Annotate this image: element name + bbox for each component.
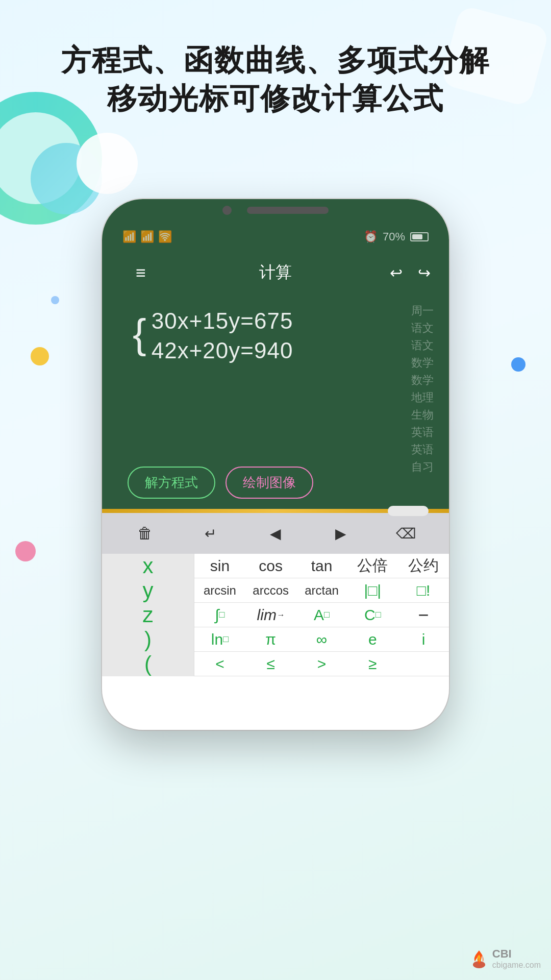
key-e[interactable]: e <box>347 627 398 651</box>
backspace-icon: ⌫ <box>396 525 416 542</box>
key-arrangement[interactable]: A□ <box>296 603 347 627</box>
schedule-item-6: 生物 <box>411 407 434 423</box>
key-integral[interactable]: ∫□ <box>194 603 245 627</box>
action-buttons: 解方程式 绘制图像 <box>102 456 449 509</box>
notch-bar <box>247 207 329 214</box>
key-pi[interactable]: π <box>245 627 296 651</box>
cursor-left-button[interactable]: ◀ <box>255 518 296 549</box>
key-x[interactable]: x <box>102 554 194 578</box>
cursor-right-button[interactable]: ▶ <box>320 518 361 549</box>
status-left: 📶 📶 🛜 <box>122 230 172 243</box>
key-row-4: ln□ π ∞ e i <box>194 627 449 652</box>
key-factorial[interactable]: □! <box>398 578 449 602</box>
schedule-item-2: 语文 <box>411 338 434 353</box>
fire-icon <box>469 948 489 969</box>
title-section: 方程式、函数曲线、多项式分解 移动光标可修改计算公式 <box>0 31 551 128</box>
key-less-than[interactable]: < <box>194 652 245 676</box>
schedule-item-7: 英语 <box>411 425 434 440</box>
key-infinity[interactable]: ∞ <box>296 627 347 651</box>
key-arccos[interactable]: arccos <box>245 578 296 602</box>
bg-circle-white <box>77 133 138 194</box>
equation-line-1: 30x+15y=675 <box>152 308 293 334</box>
key-close-paren[interactable]: ) <box>102 627 194 652</box>
watermark-label: CBI cbigame.com <box>492 947 541 970</box>
key-open-paren[interactable]: ( <box>102 652 194 676</box>
app-bar: ≡ 计算 ↩ ↪ <box>102 252 449 293</box>
schedule-item-0: 周一 <box>411 303 434 318</box>
key-empty <box>398 652 449 676</box>
key-greater-equal[interactable]: ≥ <box>347 652 398 676</box>
key-row-1: sin cos tan 公倍 公约 <box>194 554 449 578</box>
schedule-item-5: 地理 <box>411 390 434 405</box>
backspace-button[interactable]: ⌫ <box>386 518 427 549</box>
calculator-display: { 30x+15y=675 42x+20y=940 周一 语文 语文 数学 数学… <box>102 293 449 456</box>
gold-divider <box>102 509 449 513</box>
solve-equation-button[interactable]: 解方程式 <box>128 467 215 499</box>
bg-dot-small-blue <box>51 296 59 304</box>
menu-button[interactable]: ≡ <box>120 257 161 288</box>
keyboard-toolbar: 🗑 ↵ ◀ ▶ ⌫ <box>102 513 449 554</box>
wifi-icon: 🛜 <box>158 230 172 243</box>
keyboard-area: x y z ) ( sin cos tan 公倍 公约 arcsin <box>102 554 449 676</box>
delete-button[interactable]: 🗑 <box>124 518 165 549</box>
app-bar-actions: ↩ ↪ <box>390 264 431 282</box>
phone-notch <box>102 199 449 222</box>
redo-button[interactable]: ↪ <box>418 264 431 282</box>
key-cos[interactable]: cos <box>245 554 296 578</box>
key-lcm[interactable]: 公倍 <box>347 554 398 578</box>
key-y[interactable]: y <box>102 578 194 603</box>
key-combination[interactable]: C□ <box>347 603 398 627</box>
key-minus[interactable]: − <box>398 603 449 627</box>
schedule-item-4: 数学 <box>411 373 434 388</box>
key-row-3: ∫□ lim→ A□ C□ − <box>194 603 449 627</box>
bg-dot-blue <box>511 357 525 372</box>
phone-mockup: 📶 📶 🛜 ⏰ 70% ≡ 计算 ↩ ↪ <box>102 199 449 730</box>
bg-dot-pink <box>15 541 36 561</box>
schedule-item-1: 语文 <box>411 321 434 336</box>
key-row-2: arcsin arccos arctan |□| □! <box>194 578 449 603</box>
battery-icon <box>410 232 429 241</box>
key-lim[interactable]: lim→ <box>245 603 296 627</box>
key-gcd[interactable]: 公约 <box>398 554 449 578</box>
key-less-equal[interactable]: ≤ <box>245 652 296 676</box>
enter-button[interactable]: ↵ <box>190 518 231 549</box>
schedule-item-3: 数学 <box>411 355 434 371</box>
side-schedule-menu: 周一 语文 语文 数学 数学 地理 生物 英语 英语 自习 <box>411 303 434 475</box>
key-arcsin[interactable]: arcsin <box>194 578 245 602</box>
phone-frame: 📶 📶 🛜 ⏰ 70% ≡ 计算 ↩ ↪ <box>102 199 449 730</box>
menu-icon: ≡ <box>136 263 146 283</box>
equation-lines: 30x+15y=675 42x+20y=940 <box>152 308 293 363</box>
app-title: 计算 <box>259 261 292 284</box>
key-sin[interactable]: sin <box>194 554 245 578</box>
key-i[interactable]: i <box>398 627 449 651</box>
signal-icon: 📶 <box>122 230 136 243</box>
notch-dot <box>222 206 232 215</box>
key-z[interactable]: z <box>102 603 194 627</box>
key-abs[interactable]: |□| <box>347 578 398 602</box>
battery-level: 70% <box>383 230 405 243</box>
alarm-icon: ⏰ <box>364 230 378 243</box>
schedule-item-8: 英语 <box>411 442 434 457</box>
title-line1: 方程式、函数曲线、多项式分解 <box>31 41 520 79</box>
key-greater-than[interactable]: > <box>296 652 347 676</box>
key-tan[interactable]: tan <box>296 554 347 578</box>
equation-container: { 30x+15y=675 42x+20y=940 <box>133 308 293 441</box>
equation-brace: { <box>133 313 146 354</box>
status-bar: 📶 📶 🛜 ⏰ 70% <box>102 222 449 252</box>
bg-dot-yellow <box>31 347 49 365</box>
keyboard-left-panel: x y z ) ( <box>102 554 194 676</box>
keyboard-right-panel: sin cos tan 公倍 公约 arcsin arccos arctan |… <box>194 554 449 676</box>
key-arctan[interactable]: arctan <box>296 578 347 602</box>
undo-button[interactable]: ↩ <box>390 264 403 282</box>
trash-icon: 🗑 <box>137 525 153 542</box>
draw-graph-button[interactable]: 绘制图像 <box>226 467 313 499</box>
equation-line-2: 42x+20y=940 <box>152 338 293 363</box>
title-line2: 移动光标可修改计算公式 <box>31 79 520 117</box>
watermark: CBI cbigame.com <box>469 947 541 970</box>
key-ln[interactable]: ln□ <box>194 627 245 651</box>
status-right: ⏰ 70% <box>364 230 429 243</box>
key-row-5: < ≤ > ≥ <box>194 652 449 676</box>
signal-icon2: 📶 <box>140 230 154 243</box>
schedule-item-9: 自习 <box>411 459 434 475</box>
